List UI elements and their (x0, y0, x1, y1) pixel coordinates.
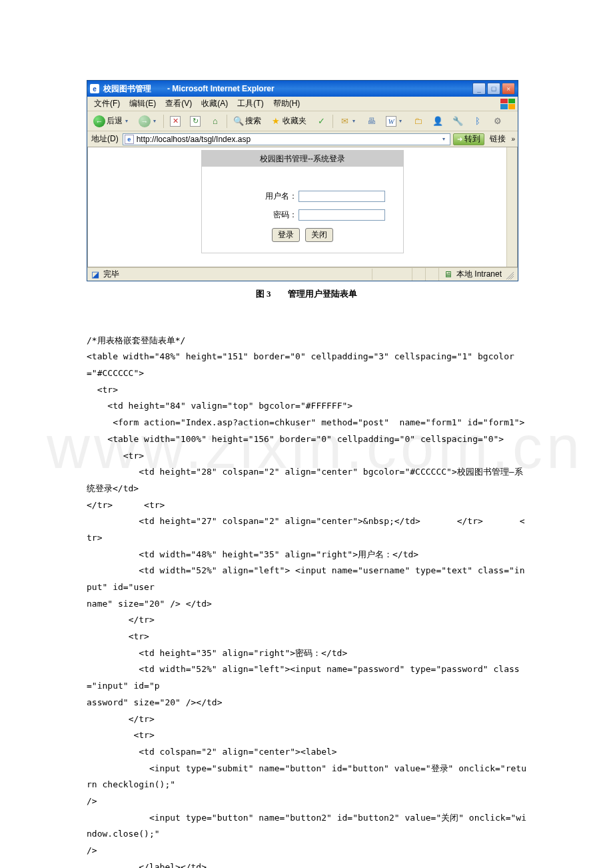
stop-button[interactable]: ✕ (167, 114, 184, 129)
code-line: <td height="27" colspan="2" align="cente… (87, 516, 524, 543)
status-cell (412, 268, 426, 281)
close-login-button[interactable]: 关闭 (305, 228, 333, 242)
password-row: 密码： (202, 205, 403, 224)
code-line: <tr> (87, 451, 144, 461)
password-label: 密码： (202, 209, 299, 221)
code-line: <input type="button" name="button2" id="… (87, 813, 526, 839)
print-icon: 🖶 (366, 116, 376, 127)
status-cell (372, 268, 412, 281)
menu-view[interactable]: 查看(V) (161, 97, 196, 111)
close-button[interactable]: × (502, 83, 515, 95)
stop-icon: ✕ (170, 116, 181, 127)
toolbar-separator (332, 115, 333, 128)
done-icon: ◪ (90, 269, 101, 280)
dropdown-icon[interactable]: ▾ (398, 118, 403, 124)
password-input[interactable] (299, 209, 385, 221)
address-input[interactable]: e http://localhost/aa/tsgl/Index.asp ▾ (123, 133, 451, 145)
code-block: /*用表格嵌套登陆表单*/ <table width="48%" height=… (87, 316, 526, 868)
ie-icon: e (90, 84, 99, 93)
code-line: <form action="Index.asp?action=chkuser" … (87, 417, 524, 427)
mail-button[interactable]: ✉▾ (336, 114, 360, 129)
code-line: <td height="84" valign="top" bgcolor="#F… (87, 401, 352, 411)
tool-button[interactable]: 🔧 (449, 114, 466, 129)
code-line: <td height="35" align="right">密码：</td> (87, 648, 347, 658)
bluetooth-button[interactable]: ᛒ (469, 114, 486, 129)
forward-button[interactable]: → ▾ (135, 114, 161, 129)
folder-button[interactable]: 🗀 (409, 114, 426, 129)
code-line: <td width="48%" height="35" align="right… (87, 549, 418, 559)
username-label: 用户名： (202, 191, 299, 202)
back-label: 后退 (107, 115, 123, 127)
address-label: 地址(D) (90, 133, 120, 145)
go-arrow-icon: ➜ (457, 135, 462, 143)
code-line: <td colspan="2" align="center"><label> (87, 747, 337, 757)
chevron-icon[interactable]: » (511, 135, 515, 143)
messenger-button[interactable]: 👤 (429, 114, 446, 129)
extra-button[interactable]: ⚙ (489, 114, 506, 129)
edit-icon: W (386, 116, 396, 127)
back-dropdown-icon[interactable]: ▾ (124, 118, 129, 124)
code-line: </tr> (87, 714, 155, 724)
figure-caption: 图 3 管理用户登陆表单 (87, 288, 526, 300)
username-input[interactable] (299, 191, 385, 202)
window-title: 校园图书管理 - Microsoft Internet Explorer (103, 83, 471, 95)
menu-favorites[interactable]: 收藏(A) (197, 97, 232, 111)
go-button[interactable]: ➜ 转到 (453, 133, 484, 145)
code-line: <table width="48%" height="151" border="… (87, 351, 514, 378)
ie-addressbar: 地址(D) e http://localhost/aa/tsgl/Index.a… (87, 131, 518, 147)
code-line: <td width="52%" align="left"><input name… (87, 664, 520, 691)
edit-button[interactable]: W▾ (382, 114, 406, 129)
windows-flag-icon (500, 99, 515, 109)
code-line: /> (87, 845, 97, 855)
ie-statusbar: ◪ 完毕 🖥 本地 Intranet (87, 267, 518, 281)
ie-menubar: 文件(F) 编辑(E) 查看(V) 收藏(A) 工具(T) 帮助(H) (87, 97, 518, 111)
favorites-button[interactable]: ★ 收藏夹 (267, 114, 310, 129)
ie-titlebar: e 校园图书管理 - Microsoft Internet Explorer _… (87, 81, 518, 97)
login-header: 校园图书管理--系统登录 (202, 151, 403, 167)
back-button[interactable]: ← 后退 ▾ (90, 114, 133, 129)
scrollbar[interactable] (506, 147, 517, 267)
code-line: <tr> (87, 730, 155, 740)
code-line: <td height="28" colspan="2" align="cente… (87, 467, 523, 493)
menu-file[interactable]: 文件(F) (90, 97, 124, 111)
code-line: </label></td> (87, 862, 207, 868)
dropdown-icon[interactable]: ▾ (439, 136, 448, 142)
dropdown-icon[interactable]: ▾ (351, 118, 356, 124)
toolbar-separator (227, 115, 227, 128)
history-button[interactable]: ✓ (312, 114, 330, 129)
forward-arrow-icon: → (139, 115, 151, 127)
status-zone: 本地 Intranet (456, 269, 502, 280)
login-panel: 校园图书管理--系统登录 用户名： 密码： 登录 关闭 (201, 150, 404, 253)
menu-edit[interactable]: 编辑(E) (125, 97, 160, 111)
print-button[interactable]: 🖶 (362, 114, 380, 129)
folder-icon: 🗀 (412, 116, 423, 127)
code-line: assword" size="20" /></td> (87, 697, 223, 707)
code-line: </tr> <tr> (87, 500, 165, 510)
maximize-button[interactable]: □ (487, 83, 500, 95)
login-button[interactable]: 登录 (272, 228, 300, 242)
mail-icon: ✉ (339, 116, 350, 127)
resize-grip-icon[interactable] (504, 270, 514, 279)
refresh-button[interactable]: ↻ (187, 114, 204, 129)
search-icon: 🔍 (233, 116, 244, 127)
search-button[interactable]: 🔍 搜索 (230, 114, 265, 129)
code-line: /*用表格嵌套登陆表单*/ (87, 335, 185, 345)
minimize-button[interactable]: _ (472, 83, 486, 95)
forward-dropdown-icon[interactable]: ▾ (152, 118, 157, 124)
ie-toolbar: ← 后退 ▾ → ▾ ✕ ↻ ⌂ 🔍 搜索 ★ 收藏夹 ✓ ✉▾ (87, 111, 518, 131)
code-line: <td width="52%" align="left"> <input nam… (87, 565, 524, 592)
home-icon: ⌂ (210, 116, 221, 127)
links-label[interactable]: 链接 (487, 133, 508, 145)
status-done: 完毕 (103, 269, 119, 280)
home-button[interactable]: ⌂ (207, 114, 224, 129)
code-line: </tr> (87, 615, 155, 625)
menu-tools[interactable]: 工具(T) (233, 97, 267, 111)
favorites-label: 收藏夹 (283, 115, 306, 127)
menu-help[interactable]: 帮助(H) (269, 97, 305, 111)
code-line: <input type="submit" name="button" id="b… (87, 763, 526, 790)
ie-content: 校园图书管理--系统登录 用户名： 密码： 登录 关闭 (87, 147, 518, 267)
gear-icon: ⚙ (492, 116, 503, 127)
address-text: http://localhost/aa/tsgl/Index.asp (137, 135, 437, 144)
search-label: 搜索 (245, 115, 261, 127)
code-line: <tr> (87, 385, 118, 395)
